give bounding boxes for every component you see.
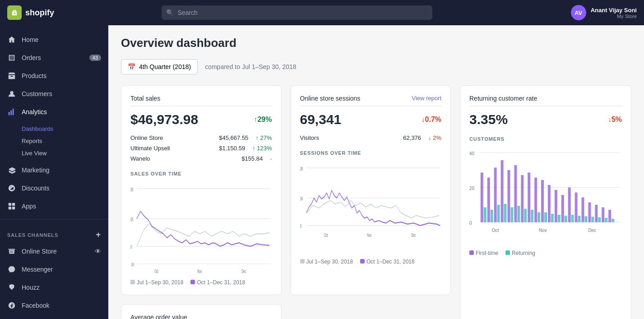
sidebar-label-facebook: Facebook [22,302,49,309]
sidebar-label-analytics: Analytics [22,108,47,116]
user-info: Anant Vijay Soni My Store [591,7,637,19]
avg-order-title: Average order value [130,314,272,319]
stat-value: $1,150.59 [219,145,245,152]
stat-label: Online Store [130,134,163,141]
sessions-card: Online store sessions View report 69,341… [291,85,451,295]
search-bar[interactable]: 🔍 [162,5,432,20]
svg-rect-51 [537,213,540,222]
svg-rect-39 [497,205,500,222]
sidebar-item-facebook[interactable]: Facebook [0,296,108,314]
svg-rect-66 [588,203,591,222]
user-name: Anant Vijay Soni [591,7,637,14]
add-channel-icon[interactable]: + [96,230,101,240]
orders-badge: 43 [89,55,101,61]
svg-rect-7 [12,207,15,209]
svg-text:1K: 1K [130,217,134,222]
products-icon [7,71,16,80]
orders-icon [7,53,16,62]
stat-change: ↑ 123% [252,145,272,152]
sidebar-label-online-store: Online Store [22,248,57,255]
sidebar-item-online-store[interactable]: Online Store 👁 [0,242,108,260]
svg-rect-38 [494,168,497,222]
svg-rect-52 [541,180,544,222]
svg-text:1K: 1K [300,196,303,202]
total-sales-title: Total sales [130,95,272,106]
sidebar-item-apps[interactable]: Apps [0,197,108,215]
sidebar-item-analytics[interactable]: Analytics [0,103,108,121]
svg-rect-62 [575,193,578,222]
sidebar-label-home: Home [22,36,38,43]
svg-text:20: 20 [469,186,474,191]
analytics-icon [7,107,16,116]
sales-row-wanelo: Wanelo $155.84 - [130,153,272,164]
date-picker-button[interactable]: 📅 4th Quarter (2018) [121,59,198,74]
stat-change: ↑ 27% [255,134,272,141]
sessions-visitors-row: Visitors 62,376 ↓ 2% [300,133,442,143]
svg-rect-68 [595,205,598,222]
compare-text: compared to Jul 1–Sep 30, 2018 [205,63,296,70]
svg-rect-34 [481,173,483,222]
sales-chart-label: SALES OVER TIME [130,171,272,176]
sidebar-item-products[interactable]: Products [0,67,108,85]
search-icon: 🔍 [166,9,174,16]
sidebar-item-messenger[interactable]: Messenger [0,260,108,278]
sidebar-item-customers[interactable]: Customers [0,85,108,103]
sidebar-label-customers: Customers [22,90,52,97]
returning-customer-card: Returning customer rate 3.35% ↓5% CUSTOM… [460,85,631,319]
sidebar-sub-reports[interactable]: Reports [22,135,108,147]
sidebar-item-houzz[interactable]: Houzz [0,278,108,296]
sessions-chart: 2K 1K 0 Oct Nov Dec [300,163,442,253]
sidebar-sub-liveview[interactable]: Live View [22,147,108,159]
view-report-link[interactable]: View report [412,95,441,102]
date-range-label: 4th Quarter (2018) [139,63,191,70]
svg-text:0: 0 [469,221,472,226]
cards-grid: Total sales $46,973.98 ↑29% Online Store… [121,85,631,319]
logo-text: shopify [25,8,54,18]
visitors-label: Visitors [300,134,319,141]
visitors-value: 62,376 [403,134,421,141]
svg-rect-65 [584,216,587,222]
sessions-chart-legend: Jul 1–Sep 30, 2018 Oct 1–Dec 31, 2018 [300,259,442,265]
svg-rect-35 [484,208,486,222]
sidebar-item-view-all-channels[interactable]: ··· View all channels [0,314,108,319]
sidebar-label-products: Products [22,72,46,79]
svg-text:-1K: -1K [130,262,134,268]
svg-rect-3 [13,109,14,115]
discounts-icon [7,184,16,193]
svg-rect-36 [487,178,490,222]
svg-rect-47 [524,209,527,222]
houzz-icon [7,283,16,292]
sidebar-label-orders: Orders [22,54,41,61]
sidebar-label-messenger: Messenger [22,266,53,273]
svg-rect-55 [551,214,554,222]
stat-label: Ultimate Upsell [130,145,170,152]
svg-rect-67 [591,217,594,222]
sales-chart-legend: Jul 1–Sep 30, 2018 Oct 1–Dec 31, 2018 [130,279,272,286]
sidebar-item-marketing[interactable]: Marketing [0,161,108,179]
sidebar-item-orders[interactable]: Orders 43 [0,49,108,67]
sidebar-item-home[interactable]: Home [0,31,108,49]
svg-rect-1 [9,112,10,115]
sidebar-label-marketing: Marketing [22,166,49,174]
stat-change: - [270,155,272,162]
avatar[interactable]: AV [571,5,586,20]
svg-point-0 [10,91,13,94]
stat-value: $155.84 [241,155,263,162]
svg-rect-56 [555,190,557,222]
sidebar-item-discounts[interactable]: Discounts [0,179,108,197]
svg-rect-40 [501,160,504,222]
svg-text:Nov: Nov [367,232,371,238]
svg-rect-58 [561,195,564,222]
sidebar-sub-dashboards[interactable]: Dashboards [22,123,108,135]
search-input[interactable] [162,5,432,20]
customers-chart-label: CUSTOMERS [469,136,622,142]
sessions-chart-label: SESSIONS OVER TIME [300,150,442,156]
calendar-icon: 📅 [128,63,135,70]
svg-text:Dec: Dec [588,228,596,233]
svg-rect-61 [571,215,574,222]
sessions-change: ↓0.7% [422,116,441,124]
svg-rect-63 [578,216,581,222]
svg-text:Nov: Nov [197,268,202,274]
sales-row-online-store: Online Store $45,667.55 ↑ 27% [130,133,272,143]
sales-row-upsell: Ultimate Upsell $1,150.59 ↑ 123% [130,143,272,153]
